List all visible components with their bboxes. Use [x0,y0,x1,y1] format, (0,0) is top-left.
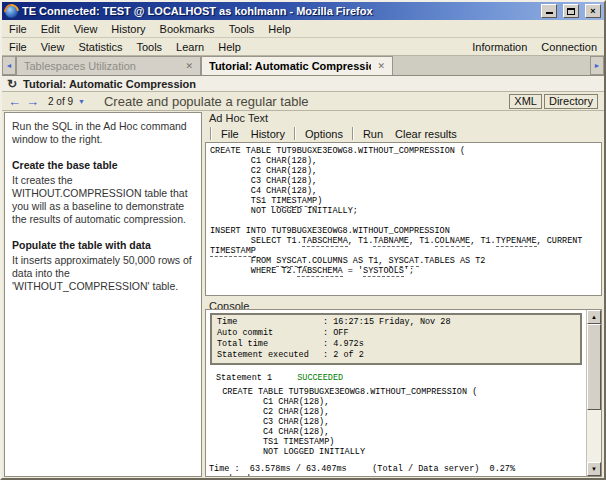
right-column: Ad Hoc Text File History Options Run Cle… [205,112,602,477]
instruction-body: It creates the WITHOUT.COMPRESSION table… [12,174,194,226]
instruction-body: It inserts approximately 50,000 rows of … [12,254,194,293]
console-output: Time : 16:27:15 Friday, Nov 28 Auto comm… [206,310,586,476]
app-menu-item[interactable]: File [2,40,34,54]
back-arrow-icon[interactable]: ← [8,95,21,108]
firefox-menu-item[interactable]: Edit [34,22,67,36]
firefox-menu-item[interactable]: File [2,22,34,36]
summary-value: : OFF [323,328,349,339]
tab-tablespaces-utilization[interactable]: Tablespaces Utilization ✕ [16,56,201,75]
console-summary-row: Time : 16:27:15 Friday, Nov 28 [217,317,575,328]
summary-label: Time [217,317,323,328]
statement-result-row: Statement 1 SUCCEEDED [209,373,583,383]
firefox-menu-item[interactable]: Help [261,22,298,36]
scrollbar-thumb[interactable] [587,324,601,410]
adhoc-clear-results-button[interactable]: Clear results [389,127,463,141]
instructions-panel: Run the SQL in the Ad Hoc command window… [4,112,202,477]
adhoc-title: Ad Hoc Text [205,112,602,125]
tab-close-icon[interactable]: ✕ [377,61,385,71]
scrollbar-track[interactable] [587,324,601,462]
instruction-section: Run the SQL in the Ad Hoc command window… [12,120,194,146]
firefox-menu-item[interactable]: History [104,22,152,36]
statement-sql-echo: CREATE TABLE TUT9BUGXE3EOWG8.WITHOUT_COM… [212,387,583,457]
firefox-menubar: FileEditViewHistoryBookmarksToolsHelp [2,20,604,38]
summary-value: : 4.972s [323,339,364,350]
instruction-section: Create the base table It creates the WIT… [12,159,194,226]
statement-time-line: Time : 63.578ms / 63.407ms (Total / Data… [209,464,583,476]
firefox-menu-item[interactable]: Tools [222,22,262,36]
window-title: TE Connected: TEST @ LOCALHOST as kohlma… [22,5,535,17]
adhoc-toolbar: File History Options Run Clear results [205,125,602,142]
adhoc-options-button[interactable]: Options [299,127,349,141]
firefox-icon [5,5,18,18]
summary-label: Auto commit [217,328,323,339]
firefox-window: TE Connected: TEST @ LOCALHOST as kohlma… [0,0,606,480]
summary-value: : 2 of 2 [323,350,364,361]
adhoc-history-button[interactable]: History [245,127,291,141]
step-title: Create and populate a regular table [104,94,309,109]
main-content: Run the SQL in the Ad Hoc command window… [2,111,604,478]
summary-value: : 16:27:15 Friday, Nov 28 [323,317,451,328]
app-menu-item[interactable]: Help [211,40,248,54]
app-menubar: FileViewStatisticsToolsLearnHelp Informa… [2,38,604,56]
tab-tutorial-automatic-compression[interactable]: Tutorial: Automatic Compression ✕ [201,56,393,75]
instruction-body: Run the SQL in the Ad Hoc command window… [12,120,194,146]
statement-status: SUCCEEDED [297,373,343,383]
app-menu-item[interactable]: Tools [129,40,169,54]
summary-label: Total time [217,339,323,350]
maximize-button[interactable] [563,4,579,18]
app-menu-item[interactable]: Learn [169,40,211,54]
step-navigation: ← → 2 of 9 ▼ Create and populate a regul… [2,92,604,111]
page-title: Tutorial: Automatic Compression [23,78,196,90]
console-summary-row: Total time : 4.972s [217,339,575,350]
instruction-heading: Create the base table [12,159,194,172]
step-indicator: 2 of 9 [48,96,73,107]
summary-label: Statement executed [217,350,323,361]
adhoc-run-button[interactable]: Run [357,127,389,141]
scroll-down-icon[interactable]: ▼ [587,462,601,476]
statement-label: Statement 1 [216,373,272,383]
refresh-icon[interactable]: ↻ [7,78,17,90]
instruction-section: Populate the table with data It inserts … [12,239,194,293]
app-menu-item-right[interactable]: Connection [534,40,604,54]
app-menu-item-right[interactable]: Information [465,40,534,54]
adhoc-file-button[interactable]: File [215,127,245,141]
console-title: Console [205,296,602,309]
console-summary-row: Auto commit : OFF [217,328,575,339]
firefox-menu-item[interactable]: Bookmarks [153,22,222,36]
scroll-up-icon[interactable]: ▲ [587,310,601,324]
console-scrollbar[interactable]: ▲ ▼ [586,310,601,476]
forward-arrow-icon[interactable]: → [26,95,39,108]
instruction-heading: Populate the table with data [12,239,194,252]
app-menu-item[interactable]: View [34,40,72,54]
xml-button[interactable]: XML [509,94,542,109]
firefox-menu-item[interactable]: View [67,22,105,36]
tab-scroll-left-icon[interactable]: ◄ [2,56,16,75]
tab-bar: ◄ Tablespaces Utilization ✕ Tutorial: Au… [2,56,604,76]
close-button[interactable]: × [585,4,601,18]
tab-close-icon[interactable]: ✕ [185,61,193,71]
sql-editor[interactable]: CREATE TABLE TUT9BUGXE3EOWG8.WITHOUT_COM… [205,142,602,296]
console-summary-box: Time : 16:27:15 Friday, Nov 28 Auto comm… [210,313,582,365]
directory-button[interactable]: Directory [544,94,598,109]
toolbar-separator [294,127,296,140]
page-header: ↻ Tutorial: Automatic Compression [2,76,604,92]
app-menu-item[interactable]: Statistics [71,40,129,54]
toolbar-separator [352,127,354,140]
toolbar-separator [210,127,212,140]
title-bar: TE Connected: TEST @ LOCALHOST as kohlma… [2,2,604,20]
tab-scroll-right-icon[interactable]: ► [590,56,604,75]
console-panel: Time : 16:27:15 Friday, Nov 28 Auto comm… [205,309,602,477]
console-summary-row: Statement executed : 2 of 2 [217,350,575,361]
step-dropdown-icon[interactable]: ▼ [78,98,85,105]
minimize-button[interactable] [541,4,557,18]
